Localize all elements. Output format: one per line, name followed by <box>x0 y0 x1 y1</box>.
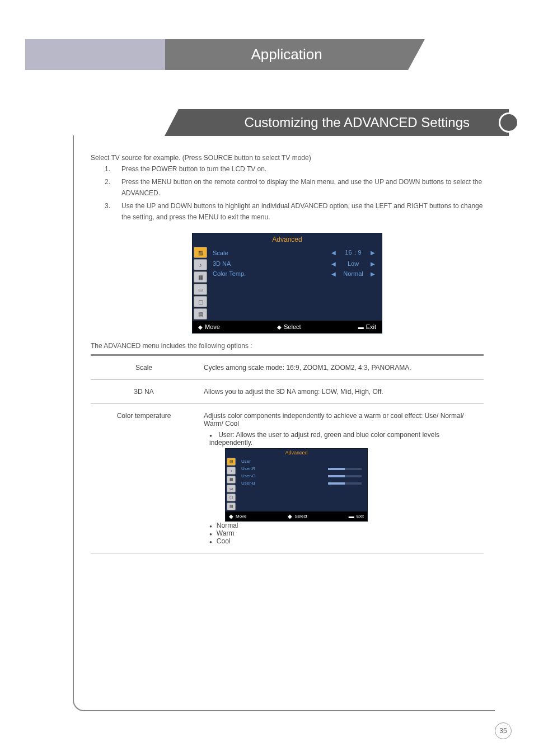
right-arrow-icon: ▶ <box>367 271 378 277</box>
leftright-icon: ◆ <box>277 324 282 330</box>
intro-step: 3.Use the UP and DOWN buttons to highlig… <box>91 200 484 223</box>
right-arrow-icon: ▶ <box>367 261 378 267</box>
osd-setup-icon: ▤ <box>194 308 207 320</box>
intro-steps: 1.Press the POWER button to turn the LCD… <box>91 163 484 223</box>
osd-display-icon: ▢ <box>227 494 236 501</box>
osd-icon-strip: ▨ ♪ ▦ ▭ ▢ ▤ <box>193 246 209 321</box>
osd-screen-icon: ▭ <box>194 284 207 295</box>
options-table: Scale Cycles among scale mode: 16:9, ZOO… <box>91 354 484 553</box>
colortemp-user-item: User: Allows the user to adjust red, gre… <box>209 431 477 522</box>
table-row: Color temperature Adjusts color componen… <box>91 404 484 553</box>
section-title: Customizing the ADVANCED Settings <box>179 109 509 136</box>
osd-exit-hint: ▬Exit <box>358 323 376 330</box>
osd-picture-icon: ▨ <box>194 247 207 258</box>
intro-text: Select TV source for example. (Press SOU… <box>91 152 484 223</box>
osd-footer: ◆Move ◆Select ▬Exit <box>193 321 382 333</box>
option-scale-name: Scale <box>91 355 197 380</box>
section-circle-icon <box>499 112 519 133</box>
header-accent <box>25 39 165 70</box>
slider-b <box>328 482 362 485</box>
osd-row-user-b: User-B <box>241 480 364 487</box>
osd-select-hint: ◆Select <box>288 513 307 519</box>
osd-setup-icon: ▤ <box>227 503 236 510</box>
osd-user-submenu: Advanced ▨ ♪ ▦ ▭ ▢ ▤ <box>225 448 368 522</box>
osd-row-user-g: User-G <box>241 472 364 480</box>
osd-row-user-r: User-R <box>241 465 364 472</box>
osd-row-3dna: 3D NA ◀ Low ▶ <box>213 259 378 269</box>
leftright-icon: ◆ <box>288 513 292 519</box>
intro-lead: Select TV source for example. (Press SOU… <box>91 152 484 163</box>
page-title: Application <box>165 39 408 70</box>
left-arrow-icon: ◀ <box>328 250 339 256</box>
right-arrow-icon: ▶ <box>367 250 378 256</box>
table-row: Scale Cycles among scale mode: 16:9, ZOO… <box>91 355 484 380</box>
osd-advanced-menu: Advanced ▨ ♪ ▦ ▭ ▢ ▤ Scale ◀ 16：9 ▶ <box>192 233 382 334</box>
option-colortemp-desc: Adjusts color components independently t… <box>197 404 484 553</box>
intro-step: 2.Press the MENU button on the remote co… <box>91 176 484 199</box>
options-sub-heading: The ADVANCED menu includes the following… <box>91 342 484 350</box>
colortemp-warm-item: Warm <box>209 529 477 537</box>
option-3dna-name: 3D NA <box>91 380 197 404</box>
table-row: 3D NA Allows you to adjust the 3D NA amo… <box>91 380 484 404</box>
option-colortemp-name: Color temperature <box>91 404 197 553</box>
osd-exit-hint: ▬Exit <box>349 513 364 519</box>
option-scale-desc: Cycles among scale mode: 16:9, ZOOM1, ZO… <box>197 355 484 380</box>
osd-move-hint: ◆Move <box>198 323 220 330</box>
osd-channel-icon: ▦ <box>227 476 236 483</box>
updown-icon: ◆ <box>229 513 233 519</box>
intro-step: 1.Press the POWER button to turn the LCD… <box>91 163 484 175</box>
slider-g <box>328 475 362 477</box>
osd-row-scale: Scale ◀ 16：9 ▶ <box>213 247 378 259</box>
osd-title: Advanced <box>193 233 382 246</box>
colortemp-normal-item: Normal <box>209 522 477 529</box>
osd-small-footer: ◆Move ◆Select ▬Exit <box>226 511 367 521</box>
section-header-wrap: Customizing the ADVANCED Settings <box>73 109 509 136</box>
osd-row-user: User <box>241 458 364 465</box>
osd-audio-icon: ♪ <box>194 259 207 270</box>
osd-row-colortemp: Color Temp. ◀ Normal ▶ <box>213 269 378 279</box>
osd-audio-icon: ♪ <box>227 467 236 475</box>
menu-icon: ▬ <box>358 324 364 330</box>
updown-icon: ◆ <box>198 324 203 330</box>
osd-display-icon: ▢ <box>194 296 207 307</box>
osd-select-hint: ◆Select <box>277 323 301 330</box>
osd-channel-icon: ▦ <box>194 271 207 283</box>
header-banner: Application <box>25 39 509 70</box>
osd-screen-icon: ▭ <box>227 485 236 492</box>
left-arrow-icon: ◀ <box>328 271 339 277</box>
osd-move-hint: ◆Move <box>229 513 247 519</box>
menu-icon: ▬ <box>349 513 354 519</box>
page-number: 35 <box>495 722 512 739</box>
osd-main-container: Advanced ▨ ♪ ▦ ▭ ▢ ▤ Scale ◀ 16：9 ▶ <box>192 233 382 334</box>
slider-r <box>328 468 362 470</box>
option-3dna-desc: Allows you to adjust the 3D NA among: LO… <box>197 380 484 404</box>
osd-picture-icon: ▨ <box>227 458 236 466</box>
osd-small-icon-strip: ▨ ♪ ▦ ▭ ▢ ▤ <box>226 457 238 511</box>
colortemp-cool-item: Cool <box>209 537 477 545</box>
osd-small-title: Advanced <box>226 449 367 457</box>
left-arrow-icon: ◀ <box>328 261 339 267</box>
content-frame: Select TV source for example. (Press SOU… <box>73 135 495 711</box>
